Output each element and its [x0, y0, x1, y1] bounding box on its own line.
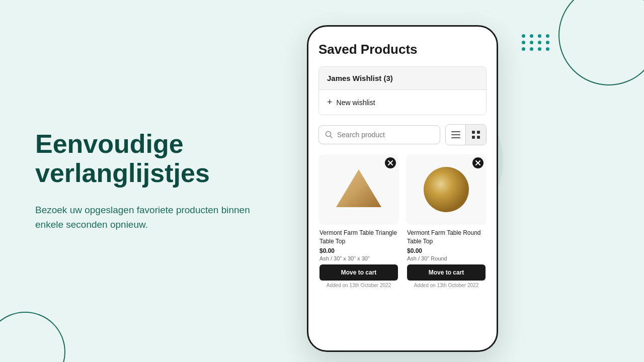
new-wishlist-label: New wishlist [337, 99, 375, 107]
svg-rect-6 [477, 131, 480, 134]
remove-product-1-button[interactable] [385, 157, 396, 168]
product-name-2: Vermont Farm Table Round Table Top [407, 229, 486, 246]
remove-product-2-button[interactable] [472, 157, 484, 168]
product-info-1: Vermont Farm Table Triangle Table Top $0… [318, 225, 399, 288]
search-wrapper[interactable] [318, 125, 440, 144]
svg-rect-7 [472, 136, 475, 139]
list-view-button[interactable] [446, 125, 466, 145]
search-input[interactable] [337, 131, 434, 139]
phone-mockup: Saved Products James Wishlist (3) + New … [307, 25, 498, 352]
svg-rect-5 [472, 131, 475, 134]
products-grid: Vermont Farm Table Triangle Table Top $0… [318, 154, 487, 288]
svg-point-14 [424, 167, 469, 212]
product-name-1: Vermont Farm Table Triangle Table Top [319, 229, 398, 246]
close-icon [388, 160, 393, 165]
svg-rect-8 [477, 136, 480, 139]
left-section: Eenvoudige verlanglijstjes Bezoek uw opg… [0, 0, 292, 362]
move-to-cart-1-button[interactable]: Move to cart [319, 264, 398, 281]
move-to-cart-2-button[interactable]: Move to cart [407, 264, 486, 281]
product-variant-2: Ash / 30" Round [407, 255, 486, 261]
product-price-2: $0.00 [407, 247, 486, 254]
search-icon [325, 131, 333, 139]
close-icon [475, 160, 480, 165]
wishlist-container: James Wishlist (3) + New wishlist [318, 66, 487, 115]
svg-rect-4 [451, 137, 460, 138]
product-info-2: Vermont Farm Table Round Table Top $0.00… [406, 225, 487, 288]
main-title: Eenvoudige verlanglijstjes [35, 130, 262, 187]
triangle-product-image [331, 162, 386, 217]
added-on-2: Added on 13th October 2022 [407, 283, 486, 288]
deco-dots-grid [522, 34, 551, 51]
grid-icon [472, 131, 480, 139]
svg-marker-11 [336, 169, 381, 207]
page-title: Saved Products [318, 42, 487, 57]
grid-view-button[interactable] [466, 125, 486, 145]
product-image-2 [406, 154, 487, 225]
product-card-1: Vermont Farm Table Triangle Table Top $0… [318, 154, 399, 288]
svg-rect-2 [451, 131, 460, 132]
search-row [318, 124, 487, 145]
product-card-2: Vermont Farm Table Round Table Top $0.00… [406, 154, 487, 288]
product-price-1: $0.00 [319, 247, 398, 254]
product-variant-1: Ash / 30" x 30" x 30" [319, 255, 398, 261]
svg-line-1 [331, 136, 333, 138]
view-toggle [445, 124, 487, 145]
plus-icon: + [327, 97, 333, 108]
product-image-1 [318, 154, 399, 225]
list-icon [451, 131, 460, 138]
subtitle: Bezoek uw opgeslagen favoriete producten… [35, 203, 262, 232]
added-on-1: Added on 13th October 2022 [319, 283, 398, 288]
deco-circle-top-right [558, 0, 644, 85]
svg-rect-3 [451, 134, 460, 135]
wishlist-selected[interactable]: James Wishlist (3) [319, 67, 486, 90]
new-wishlist-button[interactable]: + New wishlist [319, 90, 486, 115]
circle-product-image [419, 162, 474, 217]
